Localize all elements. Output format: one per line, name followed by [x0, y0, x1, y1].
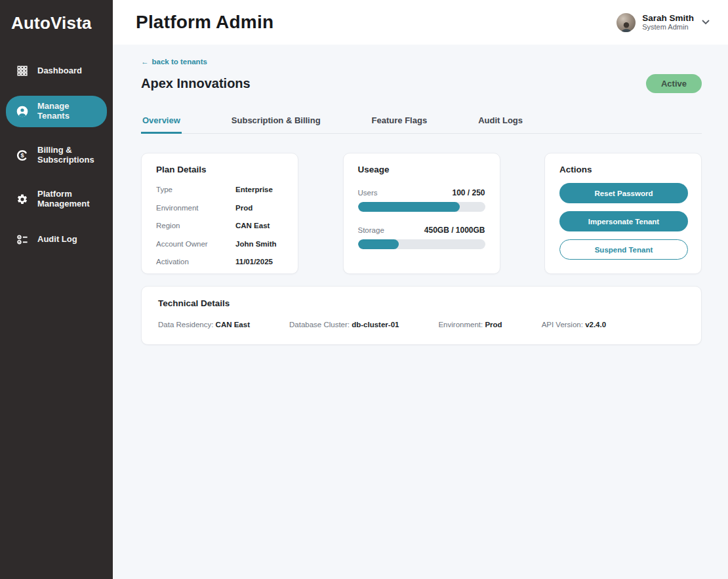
- meter-label: Storage: [358, 226, 384, 234]
- plan-row: Region CAN East: [156, 222, 283, 230]
- gear-icon: [16, 193, 29, 206]
- chevron-down-icon: [702, 20, 710, 25]
- billing-gauge-icon: $: [16, 149, 29, 162]
- grid-icon: [16, 64, 29, 77]
- tech-label: Data Residency:: [158, 321, 213, 329]
- meter-value: 450GB / 1000GB: [424, 226, 485, 235]
- svg-text:$: $: [20, 152, 24, 159]
- user-info: Sarah Smith System Admin: [642, 13, 694, 31]
- technical-details-card: Technical Details Data Residency: CAN Ea…: [141, 286, 702, 345]
- card-title: Actions: [559, 165, 687, 174]
- sidebar: AutoVista Dashboard: [0, 0, 113, 579]
- plan-row-label: Account Owner: [156, 240, 235, 248]
- plan-row: Environment Prod: [156, 204, 283, 212]
- actions-card: Actions Reset Password Impersonate Tenan…: [544, 153, 702, 274]
- card-title: Useage: [358, 165, 485, 174]
- tab-bar: Overview Subscription & Billing Feature …: [141, 115, 702, 134]
- card-title: Plan Details: [156, 165, 283, 174]
- plan-row: Type Enterprise: [156, 186, 283, 193]
- card-title: Technical Details: [158, 298, 685, 308]
- sidebar-item-platform-management[interactable]: Platform Management: [6, 184, 107, 215]
- sidebar-nav: Dashboard Manage Tenants $: [0, 58, 113, 252]
- sidebar-item-label: Platform Management: [37, 190, 89, 209]
- plan-row-value: 11/01/2025: [235, 258, 273, 266]
- status-badge: Active: [646, 74, 702, 93]
- tech-item-environment: Environment: Prod: [438, 321, 502, 329]
- tech-value: CAN East: [216, 321, 250, 329]
- tenant-name: Apex Innovations: [141, 76, 251, 91]
- tech-label: Environment:: [438, 321, 483, 329]
- back-to-tenants-link[interactable]: ← back to tenants: [141, 58, 207, 66]
- sidebar-item-label: Dashboard: [37, 66, 82, 76]
- suspend-tenant-button[interactable]: Suspend Tenant: [559, 239, 688, 260]
- sidebar-item-label: Billing & Subscriptions: [37, 146, 94, 165]
- user-role: System Admin: [642, 23, 694, 31]
- tab-overview[interactable]: Overview: [141, 115, 182, 134]
- plan-details-card: Plan Details Type Enterprise Environment…: [141, 153, 298, 274]
- plan-row-label: Environment: [156, 204, 235, 212]
- users-progress-fill: [358, 202, 460, 212]
- plan-row-value: Enterprise: [235, 186, 273, 193]
- tech-item-api-version: API Version: v2.4.0: [542, 321, 606, 329]
- sidebar-item-audit-log[interactable]: Audit Log: [6, 228, 107, 252]
- meter-label: Users: [358, 189, 378, 197]
- avatar: [617, 13, 636, 32]
- plan-row: Activation 11/01/2025: [156, 258, 283, 266]
- overview-cards: Plan Details Type Enterprise Environment…: [141, 153, 702, 274]
- sidebar-item-manage-tenants[interactable]: Manage Tenants: [6, 96, 107, 127]
- plan-row-label: Activation: [156, 258, 235, 266]
- tech-value: db-cluster-01: [352, 321, 399, 329]
- meter-value: 100 / 250: [452, 188, 485, 197]
- sidebar-item-label: Manage Tenants: [37, 102, 103, 121]
- top-header: Platform Admin Sarah Smith System Admin: [113, 0, 728, 45]
- users-progress-track: [358, 202, 485, 212]
- back-link-label: back to tenants: [152, 58, 207, 66]
- tech-item-data-residency: Data Residency: CAN East: [158, 321, 250, 329]
- technical-items: Data Residency: CAN East Database Cluste…: [158, 321, 685, 329]
- tech-label: Database Cluster:: [289, 321, 350, 329]
- arrow-left-icon: ←: [141, 58, 149, 66]
- actions-list: Reset Password Impersonate Tenant Suspen…: [559, 183, 687, 260]
- brand-logo: AutoVista: [0, 0, 113, 43]
- user-menu[interactable]: Sarah Smith System Admin: [617, 13, 710, 32]
- tab-subscription-billing[interactable]: Subscription & Billing: [230, 115, 322, 134]
- reset-password-button[interactable]: Reset Password: [559, 183, 688, 203]
- plan-details-rows: Type Enterprise Environment Prod Region …: [156, 186, 283, 266]
- storage-progress-fill: [358, 239, 399, 249]
- tech-value: Prod: [485, 321, 502, 329]
- users-meter: Users 100 / 250: [358, 188, 485, 212]
- tech-value: v2.4.0: [585, 321, 606, 329]
- storage-meter: Storage 450GB / 1000GB: [358, 226, 485, 249]
- tech-label: API Version:: [542, 321, 583, 329]
- plan-row: Account Owner John Smith: [156, 240, 283, 248]
- sidebar-item-billing-subscriptions[interactable]: $ Billing & Subscriptions: [6, 140, 107, 171]
- plan-row-value: Prod: [235, 204, 253, 212]
- plan-row-label: Type: [156, 186, 235, 193]
- tab-feature-flags[interactable]: Feature Flags: [371, 115, 429, 134]
- tech-item-database-cluster: Database Cluster: db-cluster-01: [289, 321, 399, 329]
- user-name: Sarah Smith: [642, 13, 694, 24]
- person-circle-icon: [16, 105, 29, 118]
- storage-progress-track: [358, 239, 485, 249]
- plan-row-label: Region: [156, 222, 235, 230]
- plan-row-value: John Smith: [235, 240, 277, 248]
- page-title: Platform Admin: [136, 12, 273, 33]
- tenant-title-row: Apex Innovations Active: [141, 74, 702, 93]
- impersonate-tenant-button[interactable]: Impersonate Tenant: [559, 211, 688, 231]
- tab-audit-logs[interactable]: Audit Logs: [477, 115, 524, 134]
- sidebar-item-dashboard[interactable]: Dashboard: [6, 58, 107, 83]
- sidebar-item-label: Audit Log: [37, 235, 77, 245]
- checklist-icon: [16, 233, 29, 247]
- usage-card: Useage Users 100 / 250 Storage 450GB / 1…: [343, 153, 500, 274]
- main-content: ← back to tenants Apex Innovations Activ…: [113, 45, 728, 579]
- plan-row-value: CAN East: [235, 222, 270, 230]
